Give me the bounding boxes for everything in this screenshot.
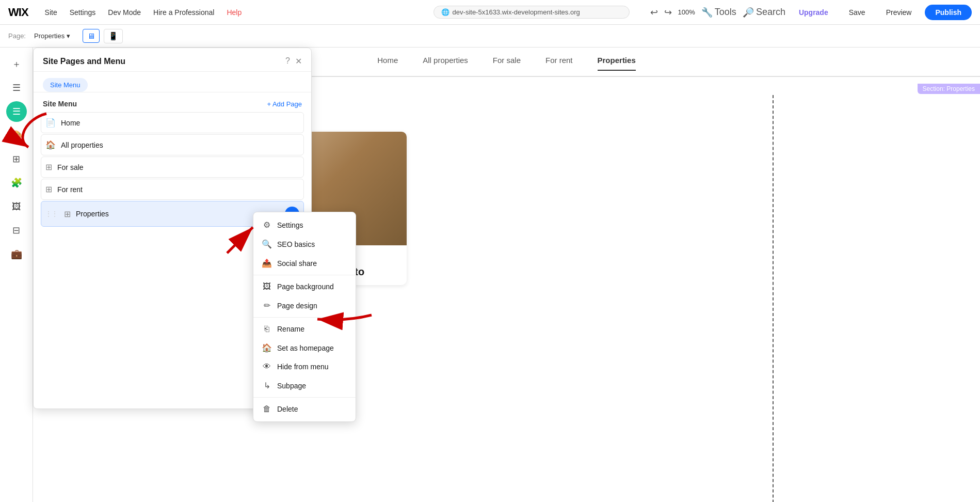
page-icon-properties: ⊞ <box>64 209 71 219</box>
top-right-actions: ↩ ↪ 100% 🔧 Tools 🔎 Search Upgrade Save P… <box>650 5 972 20</box>
nav-hire[interactable]: Hire a Professional <box>153 8 214 17</box>
ctx-hide-label: Hide from menu <box>277 363 329 371</box>
ctx-subpage[interactable]: ↳ Subpage <box>253 376 356 395</box>
add-page-button[interactable]: + Add Page <box>267 100 302 108</box>
page-bar: Page: Properties ▾ 🖥 📱 <box>0 25 980 48</box>
set-homepage-icon: 🏠 <box>262 343 272 353</box>
panel-header-icons: ? ✕ <box>285 56 302 66</box>
puzzle-icon[interactable]: 🧩 <box>6 172 27 193</box>
ctx-subpage-label: Subpage <box>277 382 306 390</box>
nav-for-sale[interactable]: For sale <box>493 56 521 70</box>
settings-icon: ⚙ <box>262 220 272 230</box>
data-table-icon[interactable]: ⊟ <box>6 220 27 241</box>
page-icon-for-sale: ⊞ <box>45 162 52 172</box>
ctx-set-homepage-label: Set as homepage <box>277 344 334 352</box>
ctx-set-homepage[interactable]: 🏠 Set as homepage <box>253 338 356 357</box>
panel-help-icon[interactable]: ? <box>285 56 290 66</box>
ctx-seo-basics[interactable]: 🔍 SEO basics <box>253 234 356 254</box>
redo-button[interactable]: ↪ <box>664 7 672 18</box>
desktop-view-button[interactable]: 🖥 <box>83 29 100 43</box>
ctx-social-share[interactable]: 📤 Social share <box>253 254 356 273</box>
chevron-down-icon: ▾ <box>67 32 70 40</box>
page-item-for-sale[interactable]: ⊞ For sale <box>41 156 304 178</box>
page-label-for-rent: For rent <box>57 185 299 194</box>
dashed-border <box>773 95 774 502</box>
page-bg-icon: 🖼 <box>262 282 272 291</box>
preview-button[interactable]: Preview <box>879 5 919 20</box>
panel-title: Site Pages and Menu <box>43 57 125 66</box>
nav-settings[interactable]: Settings <box>70 8 96 17</box>
media-icon[interactable]: 🖼 <box>6 196 27 217</box>
ctx-hide-from-menu[interactable]: 👁 Hide from menu <box>253 357 356 376</box>
site-menu-tab[interactable]: Site Menu <box>43 78 88 92</box>
nav-home[interactable]: Home <box>377 56 398 70</box>
ctx-divider-2 <box>253 317 356 318</box>
section-label: Section: Properties <box>918 84 980 94</box>
ctx-settings[interactable]: ⚙ Settings <box>253 215 356 234</box>
drag-handle-icon: ⋮⋮ <box>45 210 58 217</box>
seo-icon: 🔍 <box>262 239 272 249</box>
panel-sub-header: Site Menu + Add Page <box>34 92 311 112</box>
current-page-name: Properties <box>34 32 65 40</box>
context-menu: ⚙ Settings 🔍 SEO basics 📤 Social share 🖼… <box>253 212 356 422</box>
nav-all-properties[interactable]: All properties <box>423 56 468 70</box>
save-button[interactable]: Save <box>842 5 873 20</box>
url-text: dev-site-5x1633.wix-development-sites.or… <box>453 8 580 16</box>
ctx-social-label: Social share <box>277 259 317 268</box>
page-selector[interactable]: Properties ▾ <box>34 32 70 40</box>
ctx-page-background-label: Page background <box>277 283 334 291</box>
nav-properties[interactable]: Properties <box>598 56 636 71</box>
nav-devmode[interactable]: Dev Mode <box>108 8 141 17</box>
apps-grid-icon[interactable]: ⊞ <box>6 149 27 169</box>
ctx-page-design[interactable]: ✏ Page design <box>253 296 356 315</box>
search-button[interactable]: 🔎 Search <box>743 7 785 18</box>
page-label-home: Home <box>61 119 299 127</box>
panel-close-icon[interactable]: ✕ <box>295 56 302 66</box>
pages-icon[interactable]: ☰ <box>6 77 27 98</box>
briefcase-icon[interactable]: 💼 <box>6 244 27 264</box>
hide-icon: 👁 <box>262 362 272 371</box>
page-label-for-sale: For sale <box>57 163 299 171</box>
nav-help[interactable]: Help <box>227 8 242 17</box>
page-label-properties: Properties <box>76 210 280 218</box>
delete-icon: 🗑 <box>262 404 272 414</box>
wix-logo: WIX <box>8 6 28 19</box>
subpage-icon: ↳ <box>262 381 272 390</box>
tools-button[interactable]: 🔧 Tools <box>701 7 736 18</box>
active-pages-icon[interactable]: ☰ <box>6 101 27 122</box>
page-icon-all-properties: 🏠 <box>45 140 56 150</box>
mobile-view-button[interactable]: 📱 <box>104 29 123 43</box>
globe-icon: 🌐 <box>441 8 449 16</box>
ctx-page-background[interactable]: 🖼 Page background <box>253 277 356 296</box>
zoom-display: 100% <box>678 8 695 16</box>
ctx-divider-3 <box>253 397 356 398</box>
publish-button[interactable]: Publish <box>925 5 972 20</box>
page-label: Page: <box>8 32 26 40</box>
panel-header: Site Pages and Menu ? ✕ <box>34 48 311 72</box>
nav-for-rent[interactable]: For rent <box>545 56 573 70</box>
ctx-rename[interactable]: ⎗ Rename <box>253 320 356 338</box>
ctx-delete-label: Delete <box>277 405 298 413</box>
ctx-divider-1 <box>253 275 356 275</box>
page-item-home[interactable]: 📄 Home <box>41 112 304 133</box>
page-icon-home: 📄 <box>45 118 56 128</box>
page-item-for-rent[interactable]: ⊞ For rent <box>41 179 304 200</box>
add-element-icon[interactable]: ＋ <box>6 54 27 74</box>
page-list: 📄 Home 🏠 All properties ⊞ For sale ⊞ For… <box>34 112 311 227</box>
upgrade-button[interactable]: Upgrade <box>792 5 836 20</box>
url-bar[interactable]: 🌐 dev-site-5x1633.wix-development-sites.… <box>433 6 630 19</box>
page-item-all-properties[interactable]: 🏠 All properties <box>41 134 304 155</box>
design-icon[interactable]: 🎨 <box>6 125 27 146</box>
ctx-delete[interactable]: 🗑 Delete <box>253 400 356 418</box>
ctx-rename-label: Rename <box>277 325 304 333</box>
panel-tabs: Site Menu <box>34 72 311 92</box>
social-icon: 📤 <box>262 258 272 268</box>
page-icon-for-rent: ⊞ <box>45 184 52 194</box>
rename-icon: ⎗ <box>262 324 272 334</box>
page-label-all-properties: All properties <box>61 141 299 149</box>
panel-sub-title: Site Menu <box>43 100 77 108</box>
undo-button[interactable]: ↩ <box>650 7 658 18</box>
nav-site[interactable]: Site <box>45 8 57 17</box>
left-sidebar: ＋ ☰ ☰ 🎨 ⊞ 🧩 🖼 ⊟ 💼 <box>0 48 33 502</box>
page-bar-icons: 🖥 📱 <box>83 29 123 43</box>
